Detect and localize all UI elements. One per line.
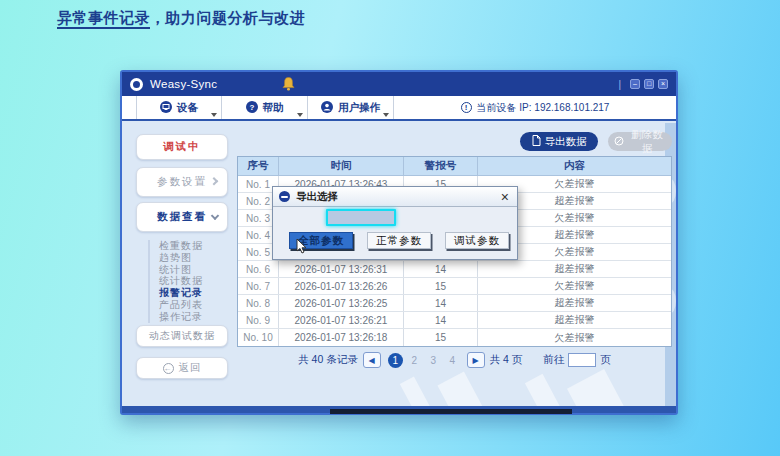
sidebar-subitem-报警记录[interactable]: 报警记录	[159, 287, 203, 299]
titlebar[interactable]: Weasy-Sync | – □ ×	[122, 72, 676, 96]
table-cell-content: 超差报警	[478, 295, 671, 311]
sidebar-item-data-view[interactable]: 数据查看	[136, 202, 228, 232]
minimize-button[interactable]: –	[630, 79, 640, 89]
goto-page: 前往 页	[543, 353, 611, 367]
table-cell-no: No. 6	[238, 261, 279, 277]
caret-down-icon	[297, 113, 303, 117]
page-title: 异常事件记录，助力问题分析与改进	[57, 9, 305, 28]
table-cell-alarm: 14	[404, 312, 478, 328]
device-ip-text: 当前设备 IP: 192.168.101.217	[477, 101, 610, 115]
page-number-3[interactable]: 3	[426, 353, 441, 368]
menu-help[interactable]: ? 帮助	[222, 96, 308, 119]
header-time: 时间	[279, 157, 404, 176]
table-row[interactable]: No. 82026-01-07 13:26:2514超差报警	[238, 295, 671, 312]
table-cell-time: 2026-01-07 13:26:31	[279, 261, 404, 277]
sidebar-subitem-操作记录[interactable]: 操作记录	[159, 311, 203, 323]
table-cell-content: 欠差报警	[478, 329, 671, 346]
menu-help-label: 帮助	[263, 101, 284, 115]
debug-status-button[interactable]: 调试中	[136, 134, 228, 160]
export-dialog: 导出选择 × 全部参数正常参数调试参数	[272, 186, 518, 260]
svg-text:?: ?	[249, 103, 254, 112]
delete-data-label: 删除数据	[628, 128, 666, 156]
goto-page-input[interactable]	[568, 353, 596, 367]
prev-page-button[interactable]: ◀	[363, 352, 381, 368]
sidebar-item-param-settings[interactable]: 参数设置	[136, 167, 228, 197]
table-cell-no: No. 9	[238, 312, 279, 328]
table-cell-content: 超差报警	[478, 312, 671, 328]
table-cell-no: No. 7	[238, 278, 279, 294]
close-button[interactable]: ×	[658, 79, 668, 89]
app-logo-icon	[130, 78, 143, 91]
table-row[interactable]: No. 102026-01-07 13:26:1815欠差报警	[238, 329, 671, 346]
delete-data-button[interactable]: 删除数据	[608, 132, 672, 151]
sidebar-subitem-产品列表[interactable]: 产品列表	[159, 299, 203, 311]
table-cell-time: 2026-01-07 13:26:18	[279, 329, 404, 346]
menubar: 设备 ? 帮助 用户操作 ! 当前设备 IP: 192.168.101.217	[122, 96, 676, 121]
page-number-1[interactable]: 1	[388, 353, 403, 368]
modal-buttons: 全部参数正常参数调试参数	[289, 232, 509, 249]
caret-down-icon	[383, 113, 389, 117]
delete-circle-icon	[614, 136, 624, 148]
dialog-titlebar[interactable]: 导出选择 ×	[273, 187, 517, 207]
maximize-button[interactable]: □	[644, 79, 654, 89]
sidebar-subitem-检重数据[interactable]: 检重数据	[159, 240, 203, 252]
page-unit-label: 页	[600, 353, 611, 367]
sidebar-item-data-view-label: 数据查看	[157, 210, 207, 224]
table-cell-alarm: 14	[404, 295, 478, 311]
table-cell-no: No. 8	[238, 295, 279, 311]
help-icon: ?	[246, 101, 258, 115]
mouse-cursor	[296, 238, 308, 255]
total-records: 共 40 条记录	[298, 353, 358, 367]
menu-user-operations[interactable]: 用户操作	[308, 96, 394, 119]
window-content: 调试中 参数设置 数据查看 检重数据趋势图统计图统计数据报警记录产品列表操作记录…	[122, 123, 676, 406]
dialog-close-icon[interactable]: ×	[499, 190, 511, 204]
window-controls: | – □ ×	[618, 79, 668, 90]
export-file-icon	[532, 135, 541, 148]
export-data-button[interactable]: 导出数据	[520, 132, 598, 151]
sidebar-sublist: 检重数据趋势图统计图统计数据报警记录产品列表操作记录	[148, 240, 203, 323]
back-button[interactable]: ← 返回	[136, 357, 228, 379]
table-cell-time: 2026-01-07 13:26:21	[279, 312, 404, 328]
app-title: Weasy-Sync	[150, 78, 217, 90]
header-content: 内容	[478, 157, 671, 176]
total-pages: 共 4 页	[490, 353, 523, 367]
modal-button-调试参数[interactable]: 调试参数	[445, 232, 509, 249]
table-cell-time: 2026-01-07 13:26:26	[279, 278, 404, 294]
export-selection-input[interactable]	[326, 209, 396, 226]
sidebar-item-dynamic-debug[interactable]: 动态调试数据	[136, 325, 228, 347]
menu-user-operations-label: 用户操作	[338, 101, 380, 115]
taskbar-strip	[330, 409, 572, 414]
modal-button-正常参数[interactable]: 正常参数	[367, 232, 431, 249]
sidebar-subitem-趋势图[interactable]: 趋势图	[159, 252, 203, 264]
page-number-2[interactable]: 2	[407, 353, 422, 368]
titlebar-divider: |	[618, 79, 621, 90]
decorative-stripe	[567, 369, 651, 406]
menu-device[interactable]: 设备	[136, 96, 222, 119]
page-numbers: 1234	[386, 353, 462, 368]
caret-down-icon	[211, 113, 217, 117]
dialog-title: 导出选择	[296, 190, 338, 204]
table-cell-alarm: 14	[404, 261, 478, 277]
table-row[interactable]: No. 92026-01-07 13:26:2114超差报警	[238, 312, 671, 329]
export-data-label: 导出数据	[545, 135, 587, 149]
page-number-4[interactable]: 4	[445, 353, 460, 368]
device-ip-status: ! 当前设备 IP: 192.168.101.217	[394, 96, 676, 119]
sidebar-subitem-统计图[interactable]: 统计图	[159, 264, 203, 276]
next-page-button[interactable]: ▶	[467, 352, 485, 368]
table-row[interactable]: No. 62026-01-07 13:26:3114超差报警	[238, 261, 671, 278]
device-icon	[160, 101, 172, 115]
page-title-rest: ，助力问题分析与改进	[150, 9, 305, 26]
sidebar-subitem-统计数据[interactable]: 统计数据	[159, 275, 203, 287]
back-arrow-icon: ←	[163, 363, 174, 374]
notification-bell-icon[interactable]	[282, 77, 295, 91]
header-no: 序号	[238, 157, 279, 176]
table-cell-time: 2026-01-07 13:26:25	[279, 295, 404, 311]
chevron-down-icon	[211, 212, 219, 220]
table-row[interactable]: No. 72026-01-07 13:26:2615欠差报警	[238, 278, 671, 295]
pagination: 共 40 条记录 ◀ 1234 ▶ 共 4 页 前往 页	[237, 352, 672, 368]
info-icon: !	[461, 102, 472, 113]
table-cell-no: No. 10	[238, 329, 279, 346]
table-cell-alarm: 15	[404, 329, 478, 346]
table-cell-content: 欠差报警	[478, 278, 671, 294]
menu-device-label: 设备	[177, 101, 198, 115]
